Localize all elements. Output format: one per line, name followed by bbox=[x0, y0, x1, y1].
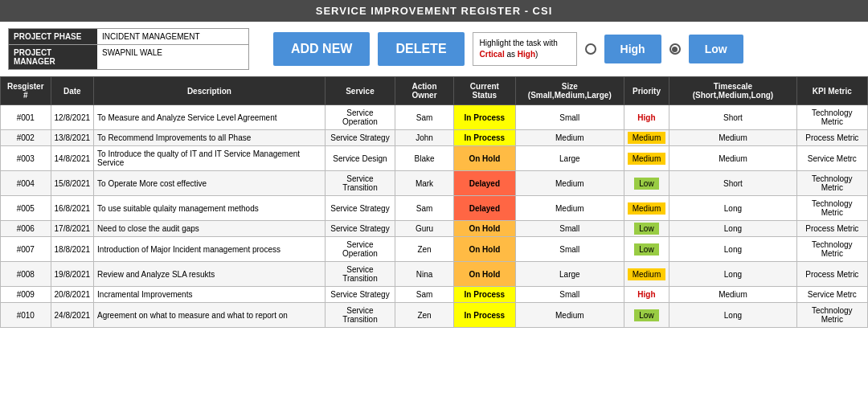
table-row[interactable]: #002 13/8/2021 To Recommend Improvements… bbox=[1, 130, 868, 146]
cell-id: #004 bbox=[1, 171, 51, 196]
cell-service: Service Transition bbox=[325, 171, 395, 196]
col-header-date: Date bbox=[51, 77, 94, 105]
cell-size: Medium bbox=[515, 303, 624, 328]
priority-cell: High bbox=[637, 290, 655, 299]
table-row[interactable]: #006 17/8/2021 Need to close the audit g… bbox=[1, 221, 868, 237]
cell-timescale: Medium bbox=[669, 146, 796, 171]
highlight-note: Highlight the task with Crtical as High) bbox=[473, 32, 577, 66]
col-header-description: Description bbox=[94, 77, 326, 105]
project-info: PROJECT PHASE INCIDENT MANAGEMENT PROJEC… bbox=[8, 28, 249, 70]
cell-date: 13/8/2021 bbox=[51, 130, 94, 146]
cell-id: #007 bbox=[1, 237, 51, 262]
table-row[interactable]: #010 24/8/2021 Agreement on what to meas… bbox=[1, 303, 868, 328]
table-row[interactable]: #009 20/8/2021 Incramental Improvements … bbox=[1, 287, 868, 303]
table-row[interactable]: #004 15/8/2021 To Operate More cost effe… bbox=[1, 171, 868, 196]
cell-priority: Low bbox=[624, 221, 669, 237]
low-button[interactable]: Low bbox=[689, 35, 743, 63]
add-new-button[interactable]: ADD NEW bbox=[273, 32, 370, 66]
actions-area: ADD NEW DELETE Highlight the task with C… bbox=[273, 32, 743, 66]
cell-status: On Hold bbox=[453, 221, 515, 237]
table-row[interactable]: #005 16/8/2021 To use suitable qulaity m… bbox=[1, 196, 868, 221]
col-header-timescale: Timescale (Short,Medium,Long) bbox=[669, 77, 796, 105]
cell-kpi: Technology Metric bbox=[796, 237, 867, 262]
cell-priority: Medium bbox=[624, 146, 669, 171]
cell-priority: High bbox=[624, 287, 669, 303]
cell-kpi: Technology Metric bbox=[796, 171, 867, 196]
table-row[interactable]: #003 14/8/2021 To Introduce the qualty o… bbox=[1, 146, 868, 171]
cell-status: On Hold bbox=[453, 262, 515, 287]
cell-service: Service Design bbox=[325, 146, 395, 171]
priority-cell: Medium bbox=[628, 132, 666, 144]
radio-low[interactable] bbox=[669, 43, 681, 55]
col-header-size: Size (Small,Medium,Large) bbox=[515, 77, 624, 105]
priority-cell: Low bbox=[634, 243, 658, 256]
cell-priority: Medium bbox=[624, 196, 669, 221]
col-header-current-status: Current Status bbox=[453, 77, 515, 105]
cell-date: 17/8/2021 bbox=[51, 221, 94, 237]
cell-owner: Mark bbox=[395, 171, 454, 196]
col-header-action-owner: Action Owner bbox=[395, 77, 454, 105]
cell-owner: Sam bbox=[395, 287, 454, 303]
cell-size: Medium bbox=[515, 130, 624, 146]
high-button[interactable]: High bbox=[604, 35, 661, 63]
cell-size: Medium bbox=[515, 171, 624, 196]
manager-label: PROJECT MANAGER bbox=[9, 45, 97, 69]
delete-button[interactable]: DELETE bbox=[378, 32, 464, 66]
cell-owner: Zen bbox=[395, 303, 454, 328]
cell-service: Service Strategy bbox=[325, 287, 395, 303]
cell-service: Service Operation bbox=[325, 105, 395, 130]
cell-size: Medium bbox=[515, 196, 624, 221]
cell-date: 18/8/2021 bbox=[51, 237, 94, 262]
cell-timescale: Medium bbox=[669, 287, 796, 303]
cell-date: 19/8/2021 bbox=[51, 262, 94, 287]
cell-date: 15/8/2021 bbox=[51, 171, 94, 196]
cell-service: Service Strategy bbox=[325, 130, 395, 146]
cell-description: Review and Analyze SLA resukts bbox=[94, 262, 326, 287]
cell-kpi: Service Metrc bbox=[796, 287, 867, 303]
register-table: Resgister # Date Description Service Act… bbox=[0, 76, 868, 328]
cell-owner: Guru bbox=[395, 221, 454, 237]
table-row[interactable]: #001 12/8/2021 To Measure and Analyze Se… bbox=[1, 105, 868, 130]
cell-status: In Process bbox=[453, 303, 515, 328]
cell-owner: John bbox=[395, 130, 454, 146]
table-row[interactable]: #007 18/8/2021 Introduction of Major Inc… bbox=[1, 237, 868, 262]
cell-kpi: Process Metric bbox=[796, 262, 867, 287]
cell-description: To Recommend Improvements to all Phase bbox=[94, 130, 326, 146]
high-text: High bbox=[518, 50, 535, 59]
cell-service: Service Transition bbox=[325, 303, 395, 328]
cell-status: In Process bbox=[453, 130, 515, 146]
cell-id: #008 bbox=[1, 262, 51, 287]
cell-size: Large bbox=[515, 146, 624, 171]
cell-service: Service Operation bbox=[325, 237, 395, 262]
priority-cell: Medium bbox=[628, 268, 666, 280]
cell-owner: Nina bbox=[395, 262, 454, 287]
cell-id: #001 bbox=[1, 105, 51, 130]
phase-label: PROJECT PHASE bbox=[9, 29, 97, 44]
col-header-kpi: KPI Metric bbox=[796, 77, 867, 105]
cell-timescale: Long bbox=[669, 221, 796, 237]
cell-id: #006 bbox=[1, 221, 51, 237]
cell-kpi: Process Metric bbox=[796, 221, 867, 237]
cell-owner: Zen bbox=[395, 237, 454, 262]
radio-high[interactable] bbox=[585, 43, 596, 55]
cell-description: Agreement on what to measure and what to… bbox=[94, 303, 326, 328]
cell-priority: Medium bbox=[624, 130, 669, 146]
manager-value: SWAPNIL WALE bbox=[97, 45, 248, 69]
col-header-service: Service bbox=[325, 77, 395, 105]
cell-size: Small bbox=[515, 105, 624, 130]
col-header-register: Resgister # bbox=[1, 77, 51, 105]
table-row[interactable]: #008 19/8/2021 Review and Analyze SLA re… bbox=[1, 262, 868, 287]
cell-timescale: Long bbox=[669, 237, 796, 262]
cell-date: 12/8/2021 bbox=[51, 105, 94, 130]
priority-cell: Medium bbox=[628, 202, 666, 215]
cell-id: #009 bbox=[1, 287, 51, 303]
cell-priority: Low bbox=[624, 303, 669, 328]
cell-timescale: Long bbox=[669, 262, 796, 287]
cell-timescale: Medium bbox=[669, 130, 796, 146]
cell-priority: Low bbox=[624, 171, 669, 196]
cell-kpi: Technology Metric bbox=[796, 105, 867, 130]
cell-size: Large bbox=[515, 262, 624, 287]
cell-size: Small bbox=[515, 287, 624, 303]
priority-cell: Low bbox=[634, 223, 658, 235]
cell-timescale: Short bbox=[669, 171, 796, 196]
